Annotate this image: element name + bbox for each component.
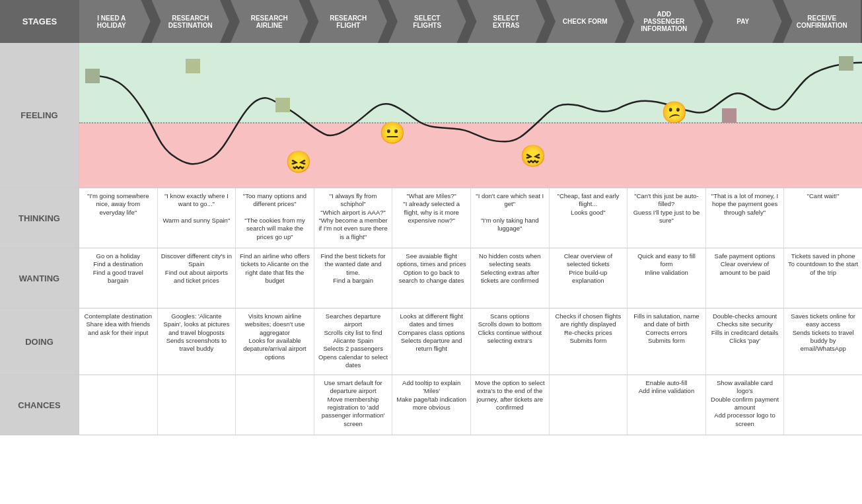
cell-thinking-cells-1: "I know exactly where I want to go..." W…	[158, 188, 236, 248]
stage-4: SELECT FLIGHTS	[388, 0, 466, 43]
thinking-cells: "I'm going somewhere nice, away from eve…	[79, 188, 862, 248]
cell-thinking-cells-3: "I always fly from schiphol" "Which airp…	[314, 188, 393, 248]
stage-7: ADD PASSENGER INFORMATION	[626, 0, 703, 43]
feeling-chart: 😖 😐 😖 😕	[79, 43, 862, 188]
cell-thinking-cells-5: "I don't care which seat I get" "I'm onl…	[471, 188, 550, 248]
node-pay	[722, 108, 736, 123]
cell-doing-cells-8: Double-checks amount Checks site securit…	[706, 308, 785, 375]
thinking-row: THINKING "I'm going somewhere nice, away…	[0, 188, 862, 248]
stages-label-text: STAGES	[22, 17, 57, 26]
cell-wanting-cells-6: Clear overview of selected tickets Price…	[550, 248, 628, 308]
cell-doing-cells-7: Fills in salutation, name and date of bi…	[628, 308, 706, 375]
cell-wanting-cells-3: Find the best tickets for the wanted dat…	[314, 248, 393, 308]
emoji-worried: 😕	[661, 100, 688, 125]
cell-doing-cells-3: Searches departure airport Scrolls city …	[314, 308, 393, 375]
doing-cells: Contemplate destination Share idea with …	[79, 308, 862, 375]
wanting-row: WANTING Go on a holiday Find a destinati…	[0, 248, 862, 308]
journey-map: STAGES I NEED A HOLIDAYRESEARCH DESTINAT…	[0, 0, 862, 504]
cell-wanting-cells-1: Discover different city's in Spain Find …	[158, 248, 236, 308]
doing-row: DOING Contemplate destination Share idea…	[0, 308, 862, 375]
cell-chances-cells-8: Show available card logo's Double confir…	[706, 375, 785, 435]
stages-label: STAGES	[0, 0, 79, 43]
cell-thinking-cells-7: "Can't this just be auto-filled? Guess I…	[628, 188, 706, 248]
cell-wanting-cells-4: See avaiable flight options, times and p…	[392, 248, 471, 308]
cell-doing-cells-0: Contemplate destination Share idea with …	[79, 308, 158, 375]
node-1	[85, 69, 100, 83]
cell-doing-cells-4: Looks at different flight dates and time…	[392, 308, 471, 375]
cell-doing-cells-9: Saves tickets online for easy access Sen…	[784, 308, 862, 375]
thinking-label: THINKING	[0, 188, 79, 248]
cell-chances-cells-1	[158, 375, 236, 435]
wanting-cells: Go on a holiday Find a destination Find …	[79, 248, 862, 308]
cell-chances-cells-5: Move the option to select extra's to the…	[471, 375, 550, 435]
feeling-label: FEELING	[0, 43, 79, 188]
doing-label: DOING	[0, 308, 79, 375]
cell-doing-cells-6: Checks if chosen flights are rightly dis…	[550, 308, 628, 375]
stage-1: RESEARCH DESTINATION	[152, 0, 230, 43]
cell-chances-cells-4: Add tooltip to explain 'Miles' Make page…	[392, 375, 471, 435]
stage-9: RECEIVE CONFIRMATION	[783, 0, 861, 43]
cell-chances-cells-0	[79, 375, 158, 435]
stages-header: I NEED A HOLIDAYRESEARCH DESTINATIONRESE…	[79, 0, 862, 43]
cell-thinking-cells-6: "Cheap, fast and early flight... Looks g…	[550, 188, 628, 248]
stage-3: RESEARCH FLIGHT	[310, 0, 388, 43]
feeling-row: FEELING 😖 😐 😖 😕	[0, 43, 862, 188]
chances-row: CHANCES Use smart default for departure …	[0, 375, 862, 435]
wanting-label: WANTING	[0, 248, 79, 308]
stage-6: CHECK FORM	[546, 0, 624, 43]
cell-wanting-cells-5: No hidden costs when selecting seats Sel…	[471, 248, 550, 308]
cell-wanting-cells-0: Go on a holiday Find a destination Find …	[79, 248, 158, 308]
cell-thinking-cells-0: "I'm going somewhere nice, away from eve…	[79, 188, 158, 248]
cell-thinking-cells-4: "What are Miles?" "I already selected a …	[392, 188, 471, 248]
node-3	[275, 98, 290, 112]
stage-0: I NEED A HOLIDAY	[79, 0, 151, 43]
stages-row: STAGES I NEED A HOLIDAYRESEARCH DESTINAT…	[0, 0, 862, 43]
stage-5: SELECT EXTRAS	[468, 0, 546, 43]
cell-thinking-cells-9: "Cant wait!"	[784, 188, 862, 248]
cell-wanting-cells-8: Safe payment options Clear overview of a…	[706, 248, 785, 308]
cell-chances-cells-2	[236, 375, 314, 435]
cell-thinking-cells-2: "Too many options and different prices" …	[236, 188, 314, 248]
cell-doing-cells-5: Scans options Scrolls down to bottom Cli…	[471, 308, 550, 375]
stage-2: RESEARCH AIRLINE	[231, 0, 308, 43]
stage-8: PAY	[704, 0, 782, 43]
cell-wanting-cells-7: Quick and easy to fill form Inline valid…	[628, 248, 706, 308]
cell-chances-cells-7: Enable auto-fill Add inline validation	[628, 375, 706, 435]
cell-wanting-cells-2: Find an airline who offers tickets to Al…	[236, 248, 314, 308]
cell-chances-cells-3: Use smart default for departure airport …	[314, 375, 393, 435]
emoji-frustrated-2: 😖	[520, 143, 546, 168]
cell-wanting-cells-9: Tickets saved in phone To countdown to t…	[784, 248, 862, 308]
cell-chances-cells-6	[550, 375, 628, 435]
cell-chances-cells-9	[784, 375, 862, 435]
chances-label: CHANCES	[0, 375, 79, 435]
chances-cells: Use smart default for departure airport …	[79, 375, 862, 435]
emoji-neutral-1: 😐	[379, 120, 406, 145]
cell-thinking-cells-8: "That is a lot of money, I hope the paym…	[706, 188, 785, 248]
cell-doing-cells-1: Googles: 'Alicante Spain', looks at pict…	[158, 308, 236, 375]
node-last	[839, 56, 853, 71]
node-2	[186, 59, 200, 73]
emoji-frustrated-1: 😖	[285, 149, 312, 174]
cell-doing-cells-2: Visits known airline websites; doesn't u…	[236, 308, 314, 375]
